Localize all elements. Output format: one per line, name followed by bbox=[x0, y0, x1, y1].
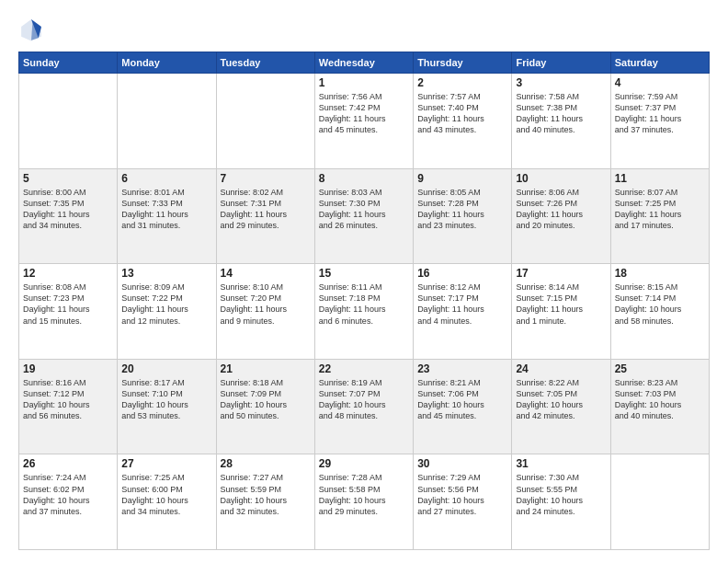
calendar-cell bbox=[19, 74, 118, 169]
day-info: Sunrise: 8:18 AM Sunset: 7:09 PM Dayligh… bbox=[221, 377, 311, 422]
day-info: Sunrise: 8:05 AM Sunset: 7:28 PM Dayligh… bbox=[417, 187, 507, 232]
day-number: 4 bbox=[615, 76, 705, 89]
calendar-cell: 19Sunrise: 8:16 AM Sunset: 7:12 PM Dayli… bbox=[19, 359, 118, 454]
day-number: 12 bbox=[23, 267, 113, 280]
day-info: Sunrise: 8:15 AM Sunset: 7:14 PM Dayligh… bbox=[615, 282, 705, 327]
day-number: 11 bbox=[615, 172, 705, 185]
calendar-cell: 9Sunrise: 8:05 AM Sunset: 7:28 PM Daylig… bbox=[414, 168, 512, 264]
calendar-cell: 29Sunrise: 7:28 AM Sunset: 5:58 PM Dayli… bbox=[314, 454, 413, 550]
day-number: 22 bbox=[319, 362, 409, 375]
calendar-cell bbox=[118, 74, 216, 169]
logo-icon bbox=[18, 17, 44, 42]
day-number: 28 bbox=[221, 457, 311, 470]
day-info: Sunrise: 8:00 AM Sunset: 7:35 PM Dayligh… bbox=[23, 187, 113, 232]
weekday-monday: Monday bbox=[118, 52, 216, 74]
day-number: 6 bbox=[121, 172, 211, 185]
calendar-cell: 17Sunrise: 8:14 AM Sunset: 7:15 PM Dayli… bbox=[512, 264, 610, 360]
weekday-saturday: Saturday bbox=[610, 52, 709, 74]
day-number: 23 bbox=[417, 362, 507, 375]
day-info: Sunrise: 8:17 AM Sunset: 7:10 PM Dayligh… bbox=[121, 377, 211, 422]
calendar-cell: 21Sunrise: 8:18 AM Sunset: 7:09 PM Dayli… bbox=[216, 359, 314, 454]
calendar-cell: 10Sunrise: 8:06 AM Sunset: 7:26 PM Dayli… bbox=[512, 168, 610, 264]
calendar-cell: 23Sunrise: 8:21 AM Sunset: 7:06 PM Dayli… bbox=[414, 359, 512, 454]
day-info: Sunrise: 8:09 AM Sunset: 7:22 PM Dayligh… bbox=[121, 282, 211, 327]
calendar-table: SundayMondayTuesdayWednesdayThursdayFrid… bbox=[18, 52, 710, 550]
calendar-cell: 2Sunrise: 7:57 AM Sunset: 7:40 PM Daylig… bbox=[414, 74, 512, 169]
day-info: Sunrise: 8:01 AM Sunset: 7:33 PM Dayligh… bbox=[121, 187, 211, 232]
weekday-friday: Friday bbox=[512, 52, 610, 74]
day-number: 5 bbox=[23, 172, 113, 185]
day-number: 17 bbox=[516, 267, 606, 280]
week-row-3: 19Sunrise: 8:16 AM Sunset: 7:12 PM Dayli… bbox=[19, 359, 710, 454]
week-row-1: 5Sunrise: 8:00 AM Sunset: 7:35 PM Daylig… bbox=[19, 168, 710, 264]
day-number: 13 bbox=[121, 267, 211, 280]
day-info: Sunrise: 8:06 AM Sunset: 7:26 PM Dayligh… bbox=[516, 187, 606, 232]
weekday-sunday: Sunday bbox=[19, 52, 118, 74]
calendar-cell: 7Sunrise: 8:02 AM Sunset: 7:31 PM Daylig… bbox=[216, 168, 314, 264]
page: SundayMondayTuesdayWednesdayThursdayFrid… bbox=[0, 0, 728, 563]
calendar-cell bbox=[610, 454, 709, 550]
calendar-cell: 1Sunrise: 7:56 AM Sunset: 7:42 PM Daylig… bbox=[314, 74, 413, 169]
day-info: Sunrise: 8:02 AM Sunset: 7:31 PM Dayligh… bbox=[221, 187, 311, 232]
day-info: Sunrise: 8:19 AM Sunset: 7:07 PM Dayligh… bbox=[319, 377, 409, 422]
week-row-4: 26Sunrise: 7:24 AM Sunset: 6:02 PM Dayli… bbox=[19, 454, 710, 550]
day-info: Sunrise: 8:22 AM Sunset: 7:05 PM Dayligh… bbox=[516, 377, 606, 422]
calendar-cell: 8Sunrise: 8:03 AM Sunset: 7:30 PM Daylig… bbox=[314, 168, 413, 264]
day-info: Sunrise: 8:12 AM Sunset: 7:17 PM Dayligh… bbox=[417, 282, 507, 327]
day-number: 21 bbox=[221, 362, 311, 375]
calendar-cell: 28Sunrise: 7:27 AM Sunset: 5:59 PM Dayli… bbox=[216, 454, 314, 550]
day-number: 14 bbox=[221, 267, 311, 280]
week-row-2: 12Sunrise: 8:08 AM Sunset: 7:23 PM Dayli… bbox=[19, 264, 710, 360]
day-number: 9 bbox=[417, 172, 507, 185]
calendar-cell: 16Sunrise: 8:12 AM Sunset: 7:17 PM Dayli… bbox=[414, 264, 512, 360]
day-info: Sunrise: 7:57 AM Sunset: 7:40 PM Dayligh… bbox=[417, 91, 507, 136]
calendar-cell: 14Sunrise: 8:10 AM Sunset: 7:20 PM Dayli… bbox=[216, 264, 314, 360]
day-number: 1 bbox=[319, 76, 409, 89]
calendar-cell: 18Sunrise: 8:15 AM Sunset: 7:14 PM Dayli… bbox=[610, 264, 709, 360]
calendar-cell: 26Sunrise: 7:24 AM Sunset: 6:02 PM Dayli… bbox=[19, 454, 118, 550]
week-row-0: 1Sunrise: 7:56 AM Sunset: 7:42 PM Daylig… bbox=[19, 74, 710, 169]
calendar-cell: 25Sunrise: 8:23 AM Sunset: 7:03 PM Dayli… bbox=[610, 359, 709, 454]
day-number: 30 bbox=[417, 457, 507, 470]
day-info: Sunrise: 8:23 AM Sunset: 7:03 PM Dayligh… bbox=[615, 377, 705, 422]
day-number: 16 bbox=[417, 267, 507, 280]
calendar-cell: 15Sunrise: 8:11 AM Sunset: 7:18 PM Dayli… bbox=[314, 264, 413, 360]
day-number: 7 bbox=[221, 172, 311, 185]
weekday-tuesday: Tuesday bbox=[216, 52, 314, 74]
calendar-cell: 27Sunrise: 7:25 AM Sunset: 6:00 PM Dayli… bbox=[118, 454, 216, 550]
day-number: 29 bbox=[319, 457, 409, 470]
calendar-cell bbox=[216, 74, 314, 169]
day-info: Sunrise: 8:11 AM Sunset: 7:18 PM Dayligh… bbox=[319, 282, 409, 327]
day-number: 15 bbox=[319, 267, 409, 280]
day-number: 10 bbox=[516, 172, 606, 185]
calendar-cell: 11Sunrise: 8:07 AM Sunset: 7:25 PM Dayli… bbox=[610, 168, 709, 264]
calendar-cell: 3Sunrise: 7:58 AM Sunset: 7:38 PM Daylig… bbox=[512, 74, 610, 169]
day-number: 31 bbox=[516, 457, 606, 470]
day-info: Sunrise: 7:28 AM Sunset: 5:58 PM Dayligh… bbox=[319, 472, 409, 517]
day-info: Sunrise: 8:08 AM Sunset: 7:23 PM Dayligh… bbox=[23, 282, 113, 327]
day-number: 19 bbox=[23, 362, 113, 375]
day-number: 25 bbox=[615, 362, 705, 375]
day-number: 24 bbox=[516, 362, 606, 375]
logo bbox=[18, 17, 48, 42]
day-info: Sunrise: 8:10 AM Sunset: 7:20 PM Dayligh… bbox=[221, 282, 311, 327]
day-number: 2 bbox=[417, 76, 507, 89]
calendar-cell: 13Sunrise: 8:09 AM Sunset: 7:22 PM Dayli… bbox=[118, 264, 216, 360]
day-number: 18 bbox=[615, 267, 705, 280]
day-number: 3 bbox=[516, 76, 606, 89]
day-number: 27 bbox=[121, 457, 211, 470]
day-info: Sunrise: 7:25 AM Sunset: 6:00 PM Dayligh… bbox=[121, 472, 211, 517]
weekday-thursday: Thursday bbox=[414, 52, 512, 74]
day-info: Sunrise: 7:58 AM Sunset: 7:38 PM Dayligh… bbox=[516, 91, 606, 136]
calendar-cell: 12Sunrise: 8:08 AM Sunset: 7:23 PM Dayli… bbox=[19, 264, 118, 360]
weekday-wednesday: Wednesday bbox=[314, 52, 413, 74]
calendar-cell: 30Sunrise: 7:29 AM Sunset: 5:56 PM Dayli… bbox=[414, 454, 512, 550]
day-number: 8 bbox=[319, 172, 409, 185]
weekday-header-row: SundayMondayTuesdayWednesdayThursdayFrid… bbox=[19, 52, 710, 74]
calendar-cell: 20Sunrise: 8:17 AM Sunset: 7:10 PM Dayli… bbox=[118, 359, 216, 454]
calendar-cell: 22Sunrise: 8:19 AM Sunset: 7:07 PM Dayli… bbox=[314, 359, 413, 454]
day-info: Sunrise: 8:03 AM Sunset: 7:30 PM Dayligh… bbox=[319, 187, 409, 232]
day-info: Sunrise: 7:30 AM Sunset: 5:55 PM Dayligh… bbox=[516, 472, 606, 517]
calendar-cell: 4Sunrise: 7:59 AM Sunset: 7:37 PM Daylig… bbox=[610, 74, 709, 169]
day-info: Sunrise: 8:07 AM Sunset: 7:25 PM Dayligh… bbox=[615, 187, 705, 232]
